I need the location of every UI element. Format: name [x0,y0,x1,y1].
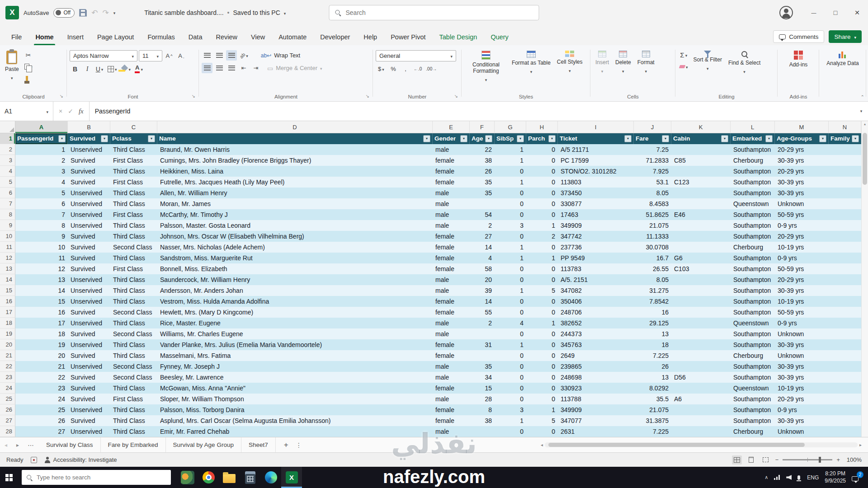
minimize-button[interactable] [803,0,825,25]
tab-file[interactable]: File [5,29,28,45]
cell[interactable]: 0 [526,328,558,339]
header-cell-pclass[interactable]: Pclass▾ [110,133,157,144]
cell[interactable]: 3 [495,220,526,231]
cell[interactable]: 330923 [558,383,634,394]
cell[interactable]: 4 [15,177,68,188]
cell[interactable]: Third Class [110,253,157,263]
header-cell-sibsp[interactable]: SibSp▾ [495,133,526,144]
row-header-24[interactable]: 24 [0,383,15,394]
cell[interactable]: 0 [495,350,526,361]
cell[interactable]: 1 [526,253,558,263]
cell[interactable]: Asplund, Mrs. Carl Oscar (Selma Augusta … [157,415,433,426]
dialog-launcher-icon[interactable]: ↘ [192,94,195,99]
header-cell-cabin[interactable]: Cabin▾ [671,133,731,144]
cancel-button[interactable]: × [59,108,62,115]
cell[interactable]: Southampton [731,361,775,372]
cell[interactable]: Southampton [731,394,775,404]
cell[interactable]: 244373 [558,328,634,339]
format-as-table-button[interactable]: Format as Table [509,48,553,76]
network-icon[interactable] [774,475,780,480]
italic-button[interactable]: I [82,64,93,74]
cell[interactable] [671,188,731,198]
cell[interactable]: 35 [470,361,495,372]
cell[interactable]: 34 [470,372,495,383]
cell[interactable]: Unservived [68,209,110,220]
cell[interactable] [470,426,495,437]
cell[interactable]: Survived [68,415,110,426]
dialog-launcher-icon[interactable]: ↘ [60,94,63,99]
cell[interactable]: 16.7 [634,253,671,263]
cell[interactable]: 22 [470,144,495,155]
cell[interactable]: Third Class [110,426,157,437]
cell[interactable]: 2631 [558,426,634,437]
cell[interactable]: 0 [526,166,558,177]
cell[interactable] [829,328,861,339]
cell[interactable]: 20-29 yrs [775,166,829,177]
cell[interactable]: Third Class [110,274,157,285]
cell[interactable]: Vander Planke, Mrs. Julius (Emelia Maria… [157,339,433,350]
tab-query[interactable]: Query [484,29,515,45]
cell[interactable] [470,198,495,209]
cell[interactable]: male [433,361,470,372]
top-align-button[interactable] [202,50,212,61]
cell[interactable]: 21 [15,361,68,372]
cell[interactable]: Unservived [68,361,110,372]
header-cell-age[interactable]: Age▾ [470,133,495,144]
taskbar-app-calc[interactable] [240,467,260,488]
insert-function-button[interactable]: fx [79,108,84,115]
cell[interactable]: female [433,415,470,426]
cell[interactable]: 28 [470,394,495,404]
cell[interactable]: male [433,209,470,220]
cell[interactable]: Survived [68,231,110,242]
cell[interactable] [671,426,731,437]
previous-sheet-button[interactable]: ◂ [0,442,12,448]
cell[interactable]: Survived [68,394,110,404]
cell[interactable]: Unknown [775,350,829,361]
cell[interactable] [829,144,861,155]
cell[interactable]: male [433,285,470,296]
cell[interactable]: 2 [470,220,495,231]
cell[interactable]: Second Class [110,307,157,318]
row-header-4[interactable]: 4 [0,166,15,177]
cell[interactable]: Sloper, Mr. William Thompson [157,394,433,404]
cell[interactable]: 18 [634,339,671,350]
cell[interactable]: G6 [671,253,731,263]
cell[interactable] [829,394,861,404]
cell[interactable]: 1 [495,155,526,166]
cell[interactable] [671,144,731,155]
cell[interactable]: 1 [526,220,558,231]
cell[interactable]: Unservived [68,339,110,350]
cell[interactable]: 0 [526,394,558,404]
cell[interactable]: 3 [15,166,68,177]
cell[interactable]: 2649 [558,350,634,361]
cell[interactable]: Southampton [731,307,775,318]
cell[interactable]: STON/O2. 3101282 [558,166,634,177]
taskbar-app-excel[interactable] [281,467,302,488]
cell[interactable]: 38 [470,155,495,166]
sheet-tab-sheet7[interactable]: Sheet7 [241,437,276,452]
tab-power-pivot[interactable]: Power Pivot [384,29,432,45]
cell[interactable]: Third Class [110,188,157,198]
delete-cells-button[interactable]: Delete [613,48,633,75]
cell[interactable]: Third Class [110,231,157,242]
cell[interactable] [671,242,731,253]
cell[interactable]: Unservived [68,188,110,198]
cell[interactable] [470,350,495,361]
cell[interactable]: 8.05 [634,274,671,285]
cell[interactable]: 27 [15,426,68,437]
cell[interactable] [671,318,731,328]
cell[interactable]: 0 [495,361,526,372]
cell[interactable]: 24 [15,394,68,404]
new-sheet-button[interactable]: + [279,441,293,450]
row-header-1[interactable]: 1 [0,133,15,144]
cell[interactable]: 0 [526,339,558,350]
cell[interactable] [829,372,861,383]
cell[interactable]: Heikkinen, Miss. Laina [157,166,433,177]
row-header-23[interactable]: 23 [0,372,15,383]
cell[interactable]: Survived [68,155,110,166]
cell[interactable]: 30.0708 [634,242,671,253]
cell[interactable]: Cumings, Mrs. John Bradley (Florence Bri… [157,155,433,166]
fill-color-button[interactable] [120,64,132,74]
cell[interactable]: 0 [526,383,558,394]
conditional-formatting-button[interactable]: Conditional Formatting [464,48,508,84]
